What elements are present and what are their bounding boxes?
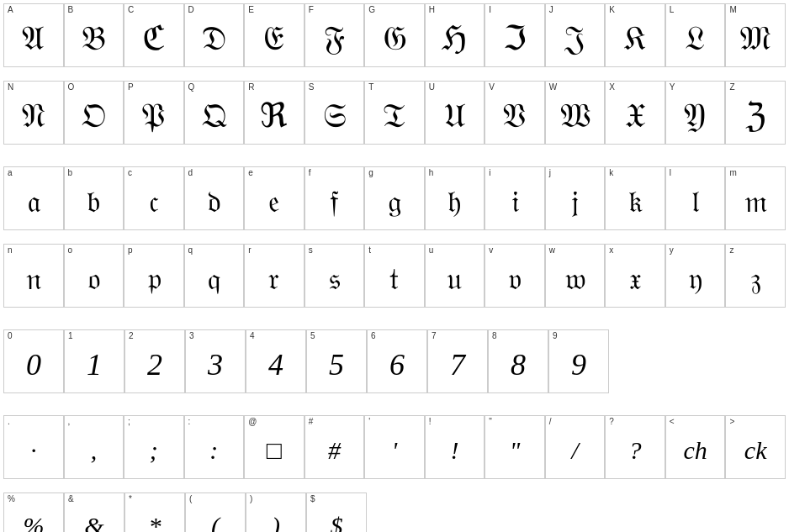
char-cell: ::	[184, 415, 245, 479]
char-cell: M𝔐	[725, 3, 786, 67]
char-glyph: 𝔳	[508, 264, 522, 294]
char-cell: ##	[304, 415, 365, 479]
char-cell: s𝔰	[304, 244, 365, 308]
char-label: J	[549, 6, 553, 14]
char-glyph: 𝔚	[560, 99, 590, 133]
char-cell: i𝔦	[485, 166, 545, 230]
char-label: 6	[371, 332, 376, 340]
char-label: L	[670, 6, 675, 14]
char-cell: l𝔩	[665, 166, 726, 230]
char-label: F	[309, 6, 314, 14]
char-glyph: 𝔔	[201, 99, 226, 133]
char-cell: >ck	[725, 415, 786, 479]
uppercase-row-2: N𝔑O𝔒P𝔓Q𝔔RℜS𝔖T𝔗U𝔘V𝔙W𝔚X𝔛Y𝔜Zℨ	[3, 81, 786, 145]
char-cell: B𝔅	[64, 3, 124, 67]
uppercase-row-1-section: A𝔄B𝔅CℭD𝔇E𝔈F𝔉G𝔊HℌIℑJ𝔍K𝔎L𝔏M𝔐	[3, 3, 786, 67]
char-glyph: 𝔑	[22, 99, 45, 133]
char-glyph: 𝔪	[744, 187, 767, 217]
char-cell: Hℌ	[425, 3, 485, 67]
char-glyph: 𝔤	[388, 187, 401, 217]
symbols-row-1: .·,‚;;::@□##''!!""//??<ch>ck	[3, 415, 786, 479]
char-cell: p𝔭	[124, 244, 184, 308]
char-label: x	[609, 246, 613, 255]
char-glyph: 𝔍	[564, 22, 585, 55]
char-glyph: ℜ	[260, 99, 288, 133]
char-cell: N𝔑	[3, 81, 64, 145]
char-label: r	[248, 246, 251, 255]
char-glyph: /	[571, 438, 578, 463]
char-cell: //	[545, 415, 606, 479]
char-glyph: 𝔦	[511, 187, 519, 217]
char-label: y	[670, 246, 674, 255]
char-cell: .·	[3, 415, 64, 479]
char-cell: f𝔣	[304, 166, 365, 230]
char-cell: h𝔥	[425, 166, 485, 230]
char-label: l	[670, 169, 671, 177]
char-label: o	[68, 246, 73, 255]
char-glyph: '	[392, 438, 397, 463]
char-label: h	[429, 169, 434, 177]
char-glyph: ch	[683, 438, 707, 463]
char-glyph: %	[24, 514, 45, 532]
char-label: Z	[729, 83, 734, 92]
char-glyph: ‚	[89, 438, 98, 463]
char-glyph: 𝔩	[691, 187, 699, 217]
char-label: B	[68, 6, 74, 14]
char-glyph: 𝔯	[268, 264, 279, 294]
char-glyph: (	[211, 514, 220, 532]
char-cell: v𝔳	[485, 244, 545, 308]
char-glyph: 9	[571, 350, 586, 380]
char-cell: !!	[425, 415, 485, 479]
char-cell: j𝔧	[545, 166, 606, 230]
char-cell: r𝔯	[244, 244, 304, 308]
char-label: g	[368, 169, 373, 177]
char-glyph: 𝔎	[624, 22, 647, 55]
char-glyph: 𝔫	[26, 264, 41, 294]
char-glyph: □	[267, 438, 282, 463]
char-cell: J𝔍	[545, 3, 606, 67]
char-label: w	[549, 246, 555, 255]
char-label: H	[429, 6, 435, 14]
char-cell: **	[124, 492, 185, 532]
char-cell: %%	[3, 492, 64, 532]
char-glyph: $	[331, 514, 343, 532]
char-cell: ))	[246, 492, 306, 532]
char-glyph: 3	[208, 350, 223, 380]
char-cell: z𝔷	[725, 244, 786, 308]
char-label: *	[129, 495, 132, 503]
char-glyph: 4	[268, 350, 283, 380]
char-label: W	[549, 83, 557, 92]
char-label: 0	[8, 332, 13, 340]
char-label: u	[429, 246, 434, 255]
char-label: )	[250, 495, 252, 503]
char-label: U	[429, 83, 435, 92]
char-label: I	[489, 6, 491, 14]
char-glyph: 𝔈	[263, 22, 284, 55]
char-glyph: 𝔖	[321, 99, 347, 133]
char-cell: F𝔉	[304, 3, 365, 67]
char-label: e	[248, 169, 253, 177]
char-cell: S𝔖	[304, 81, 365, 145]
char-label: @	[248, 418, 257, 426]
char-cell: Iℑ	[485, 3, 545, 67]
char-label: m	[729, 169, 736, 177]
char-label: &	[68, 495, 74, 503]
char-cell: 11	[64, 329, 124, 393]
char-label: A	[8, 6, 13, 14]
char-label: 2	[129, 332, 134, 340]
char-cell: 33	[185, 329, 246, 393]
char-label: p	[128, 246, 133, 255]
char-label: t	[368, 246, 371, 255]
char-glyph: 7	[450, 350, 465, 380]
char-cell: 55	[306, 329, 367, 393]
char-cell: P𝔓	[124, 81, 184, 145]
char-label: 9	[553, 332, 558, 340]
char-glyph: 𝔰	[328, 264, 341, 294]
char-glyph: 5	[329, 350, 344, 380]
char-cell: o𝔬	[64, 244, 124, 308]
char-cell: ;;	[124, 415, 184, 479]
char-label: 7	[432, 332, 437, 340]
char-cell: X𝔛	[605, 81, 665, 145]
char-glyph: 0	[26, 350, 41, 380]
char-cell: T𝔗	[364, 81, 425, 145]
